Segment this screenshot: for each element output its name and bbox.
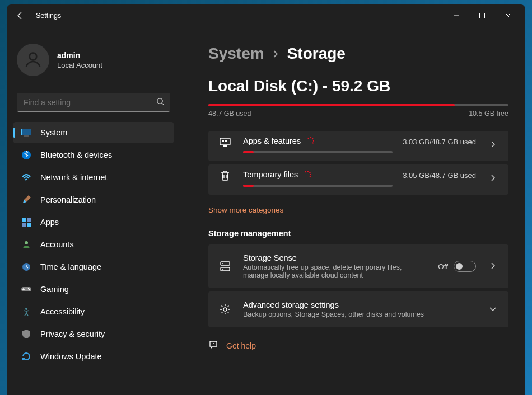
bluetooth-icon bbox=[21, 150, 31, 160]
personalization-icon bbox=[21, 195, 31, 205]
trash-icon bbox=[217, 170, 233, 181]
show-more-categories[interactable]: Show more categories bbox=[208, 206, 283, 214]
close-icon bbox=[505, 13, 511, 18]
chevron-right-icon[interactable] bbox=[486, 258, 500, 275]
loading-spinner-icon bbox=[306, 137, 314, 145]
toggle-state-label: Off bbox=[438, 262, 448, 271]
chevron-right-icon[interactable] bbox=[486, 170, 500, 187]
nav-label: Accessibility bbox=[40, 307, 85, 316]
disk-usage-bar bbox=[208, 104, 508, 106]
chevron-right-icon bbox=[272, 50, 279, 58]
storage-sense-subtitle: Automatically free up space, delete temp… bbox=[243, 264, 428, 279]
svg-point-26 bbox=[213, 343, 214, 344]
svg-rect-9 bbox=[22, 223, 26, 227]
svg-rect-7 bbox=[22, 218, 26, 222]
nav-label: Privacy & security bbox=[40, 330, 105, 338]
svg-rect-0 bbox=[480, 13, 485, 18]
category-name: Apps & features bbox=[243, 137, 301, 145]
nav-bluetooth[interactable]: Bluetooth & devices bbox=[13, 144, 174, 166]
svg-point-2 bbox=[157, 98, 162, 104]
storage-sense-toggle[interactable] bbox=[454, 261, 476, 272]
breadcrumb-current: Storage bbox=[287, 45, 346, 63]
nav-privacy[interactable]: Privacy & security bbox=[13, 323, 174, 345]
network-icon bbox=[21, 172, 31, 182]
nav-personalization[interactable]: Personalization bbox=[13, 189, 174, 210]
chevron-down-icon[interactable] bbox=[486, 301, 500, 318]
loading-spinner-icon bbox=[304, 171, 311, 178]
storage-sense-title: Storage Sense bbox=[243, 253, 297, 262]
maximize-icon bbox=[479, 13, 485, 18]
svg-rect-18 bbox=[223, 145, 227, 147]
nav-label: Windows Update bbox=[40, 352, 102, 361]
close-button[interactable] bbox=[495, 7, 521, 25]
accounts-icon bbox=[21, 239, 31, 250]
storage-management-title: Storage management bbox=[208, 229, 508, 238]
user-name: admin bbox=[57, 50, 102, 60]
search-icon bbox=[156, 97, 165, 108]
nav-label: Personalization bbox=[40, 195, 96, 204]
nav-accounts[interactable]: Accounts bbox=[13, 234, 174, 255]
category-usage-bar bbox=[243, 185, 393, 187]
nav-list: System Bluetooth & devices Network & int… bbox=[13, 122, 174, 367]
svg-rect-8 bbox=[27, 218, 31, 222]
nav-accessibility[interactable]: Accessibility bbox=[13, 301, 174, 322]
breadcrumb: System Storage bbox=[208, 45, 508, 63]
disk-title: Local Disk (C:) - 59.2 GB bbox=[208, 77, 508, 95]
nav-label: Accounts bbox=[40, 240, 74, 249]
back-button[interactable] bbox=[11, 7, 29, 25]
svg-point-23 bbox=[222, 263, 223, 264]
system-icon bbox=[21, 128, 31, 138]
nav-label: Bluetooth & devices bbox=[40, 151, 112, 159]
svg-rect-21 bbox=[221, 262, 230, 265]
svg-rect-4 bbox=[22, 129, 31, 135]
nav-label: System bbox=[40, 128, 67, 137]
gaming-icon bbox=[21, 284, 31, 294]
svg-point-25 bbox=[223, 308, 227, 311]
nav-label: Network & internet bbox=[40, 173, 107, 182]
minimize-button[interactable] bbox=[444, 7, 469, 25]
disk-free-label: 10.5 GB free bbox=[469, 110, 508, 117]
svg-point-11 bbox=[25, 241, 28, 244]
disk-used-label: 48.7 GB used bbox=[208, 110, 251, 117]
minimize-icon bbox=[454, 13, 459, 18]
category-stat: 3.03 GB/48.7 GB used bbox=[403, 137, 476, 146]
accessibility-icon bbox=[21, 307, 31, 317]
svg-point-15 bbox=[29, 289, 30, 290]
apps-features-icon bbox=[217, 137, 233, 148]
svg-rect-22 bbox=[221, 267, 230, 271]
nav-network[interactable]: Network & internet bbox=[13, 167, 174, 188]
nav-update[interactable]: Windows Update bbox=[13, 346, 174, 367]
user-type: Local Account bbox=[57, 61, 102, 69]
nav-label: Time & language bbox=[40, 262, 101, 271]
nav-time[interactable]: Time & language bbox=[13, 256, 174, 278]
storage-sense-row[interactable]: Storage Sense Automatically free up spac… bbox=[208, 244, 508, 288]
category-usage-bar bbox=[243, 151, 393, 153]
update-icon bbox=[21, 351, 31, 361]
window-title: Settings bbox=[36, 12, 61, 20]
nav-apps[interactable]: Apps bbox=[13, 211, 174, 233]
svg-rect-5 bbox=[24, 135, 29, 137]
category-name: Temporary files bbox=[243, 170, 298, 179]
svg-rect-20 bbox=[225, 140, 227, 142]
svg-point-1 bbox=[30, 53, 37, 60]
chevron-right-icon[interactable] bbox=[486, 137, 500, 153]
nav-label: Apps bbox=[40, 218, 59, 227]
advanced-storage-row[interactable]: Advanced storage settings Backup options… bbox=[208, 291, 508, 327]
category-temporary-files[interactable]: Temporary files 3.05 GB/48.7 GB used bbox=[208, 164, 508, 195]
advanced-storage-title: Advanced storage settings bbox=[243, 300, 339, 309]
svg-point-14 bbox=[28, 288, 29, 289]
breadcrumb-parent[interactable]: System bbox=[208, 45, 264, 63]
storage-sense-icon bbox=[217, 261, 233, 272]
maximize-button[interactable] bbox=[469, 7, 495, 25]
category-apps-features[interactable]: Apps & features 3.03 GB/48.7 GB used bbox=[208, 131, 508, 161]
nav-gaming[interactable]: Gaming bbox=[13, 279, 174, 300]
user-block[interactable]: admin Local Account bbox=[17, 44, 174, 76]
search-input[interactable] bbox=[17, 93, 170, 112]
svg-point-16 bbox=[25, 308, 27, 310]
user-icon bbox=[23, 50, 43, 70]
svg-point-24 bbox=[222, 269, 223, 270]
get-help-link[interactable]: Get help bbox=[226, 341, 256, 350]
category-stat: 3.05 GB/48.7 GB used bbox=[403, 170, 476, 180]
arrow-left-icon bbox=[16, 11, 25, 20]
nav-system[interactable]: System bbox=[13, 122, 174, 143]
